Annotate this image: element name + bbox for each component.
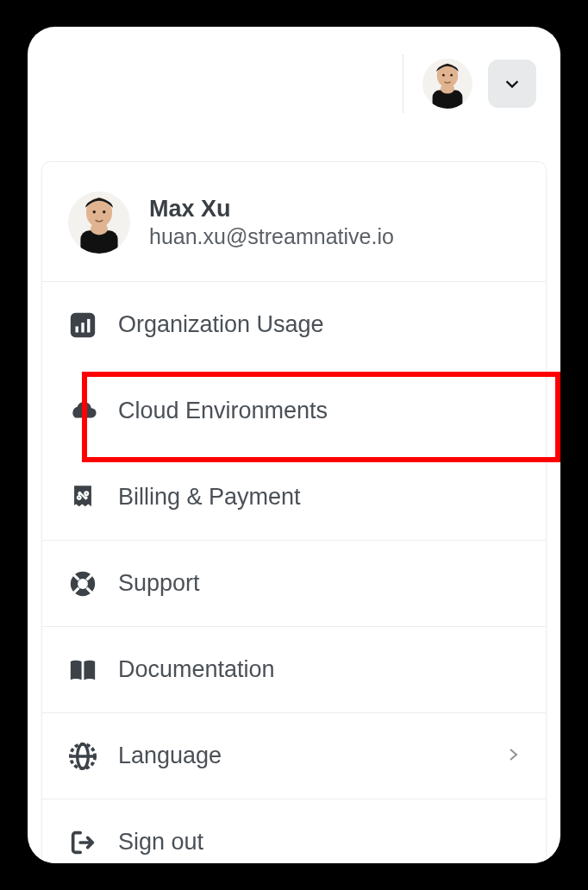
menu-item-organization-usage[interactable]: Organization Usage — [42, 281, 546, 367]
menu-item-documentation[interactable]: Documentation — [42, 626, 546, 712]
svg-point-9 — [91, 222, 108, 235]
svg-rect-15 — [87, 318, 90, 332]
svg-point-19 — [78, 579, 88, 589]
svg-rect-13 — [76, 326, 78, 332]
user-name: Max Xu — [149, 196, 394, 222]
svg-point-3 — [441, 84, 454, 94]
user-email: huan.xu@streamnative.io — [149, 224, 394, 249]
header — [28, 27, 560, 141]
lifebuoy-icon — [68, 569, 97, 599]
menu-item-cloud-environments[interactable]: Cloud Environments — [42, 367, 546, 454]
book-icon — [68, 655, 97, 685]
svg-point-16 — [78, 492, 81, 495]
dropdown-menu: Max Xu huan.xu@streamnative.io Organizat… — [41, 161, 547, 863]
menu-item-billing-payment[interactable]: Billing & Payment — [42, 454, 546, 540]
user-info: Max Xu huan.xu@streamnative.io — [42, 185, 546, 281]
svg-point-11 — [103, 210, 105, 213]
cloud-icon — [68, 396, 97, 425]
menu-item-support[interactable]: Support — [42, 540, 546, 626]
menu-item-language[interactable]: Language — [42, 712, 546, 799]
chevron-right-icon — [508, 744, 520, 768]
bar-chart-icon — [68, 310, 97, 340]
menu-item-sign-out[interactable]: Sign out — [42, 799, 546, 863]
svg-point-5 — [450, 74, 453, 77]
menu-label: Language — [118, 743, 222, 769]
sign-out-icon — [68, 828, 97, 857]
divider — [403, 54, 403, 113]
avatar-large — [68, 191, 130, 254]
svg-point-17 — [84, 496, 88, 499]
menu-label: Cloud Environments — [118, 398, 328, 424]
svg-point-10 — [93, 210, 96, 213]
menu-label: Support — [118, 570, 200, 597]
chevron-down-icon — [503, 74, 522, 93]
menu-label: Organization Usage — [118, 311, 324, 338]
menu-label: Billing & Payment — [118, 484, 301, 511]
globe-icon — [68, 742, 97, 771]
user-menu-panel: Max Xu huan.xu@streamnative.io Organizat… — [28, 27, 560, 863]
menu-label: Documentation — [118, 656, 275, 683]
svg-point-4 — [442, 74, 445, 77]
avatar-small[interactable] — [422, 59, 472, 109]
receipt-icon — [68, 482, 97, 511]
menu-label: Sign out — [118, 829, 203, 856]
svg-rect-14 — [81, 323, 84, 332]
dropdown-toggle[interactable] — [488, 60, 536, 108]
